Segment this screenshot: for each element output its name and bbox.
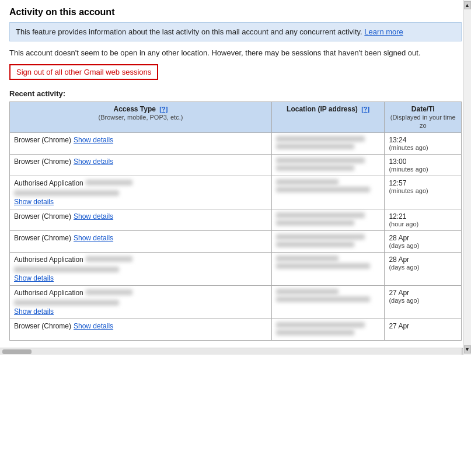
date-cell: 27 Apr [385, 319, 462, 341]
table-row: Authorised Applicationxxxxxxxxxxxxxxxxxx… [10, 176, 462, 209]
location-cell: United Statesxxxxxxxxxxxxxxx [271, 286, 385, 319]
scroll-down-arrow[interactable]: ▼ [464, 345, 471, 354]
access-type-text: Browser (Chrome) [14, 234, 71, 242]
access-type-help-link[interactable]: [?] [159, 106, 168, 113]
scroll-up-arrow[interactable]: ▲ [464, 1, 471, 9]
date-relative: (days ago) [389, 297, 457, 304]
show-details-link[interactable]: Show details [14, 274, 54, 282]
show-details-link[interactable]: Show details [74, 212, 113, 220]
date-relative: (minutes ago) [389, 166, 457, 173]
date-relative: (hour ago) [389, 220, 457, 228]
date-cell: 28 Apr(days ago) [385, 253, 462, 286]
location-cell: xxxxxxxxxxxxxxxxxxxx [271, 133, 385, 155]
access-type-text: Authorised Application [14, 289, 83, 297]
info-box: This feature provides information about … [9, 22, 462, 41]
show-details-link[interactable]: Show details [14, 307, 54, 316]
show-details-link[interactable]: Show details [74, 234, 113, 242]
location-cell: United Statesxxxxxxxxxxxxxxx [271, 253, 385, 286]
learn-more-link[interactable]: Learn more [364, 27, 403, 36]
access-type-cell: Browser (Chrome)Show details [10, 155, 272, 176]
access-type-cell: Authorised Applicationxxxxxxxxxxxxxxxxxx… [10, 253, 272, 286]
header-location: Location (IP address) [?] [271, 102, 385, 133]
table-row: Browser (Chrome)Show detailsxxxxxxxxxxxx… [10, 155, 462, 176]
show-details-link[interactable]: Show details [74, 136, 113, 144]
access-type-cell: Browser (Chrome)Show details [10, 209, 272, 231]
scrollbar-thumb[interactable] [2, 349, 32, 354]
date-cell: 13:24(minutes ago) [385, 133, 462, 155]
show-details-link[interactable]: Show details [74, 158, 113, 166]
access-type-cell: Browser (Chrome)Show details [10, 133, 272, 155]
account-status: This account doesn't seem to be open in … [9, 48, 462, 57]
show-details-link[interactable]: Show details [14, 198, 54, 206]
location-cell: xxxxxxxxxxxxxxxxxxxx [271, 231, 385, 253]
table-row: Authorised Applicationxxxxxxxxxxxxxxxxxx… [10, 286, 462, 319]
signout-button[interactable]: Sign out of all other Gmail web sessions [9, 64, 158, 80]
access-type-text: Browser (Chrome) [14, 158, 71, 166]
header-access-type: Access Type [?] (Browser, mobile, POP3, … [10, 102, 272, 133]
date-cell: 13:00(minutes ago) [385, 155, 462, 176]
access-type-cell: Authorised Applicationxxxxxxxxxxxxxxxxxx… [10, 176, 272, 209]
date-value: 13:00 [389, 158, 406, 166]
date-cell: 12:57(minutes ago) [385, 176, 462, 209]
date-value: 13:24 [389, 136, 406, 144]
location-cell: xxxxxxxxxxxxxxxxxxxx [271, 209, 385, 231]
recent-activity-label: Recent activity: [9, 89, 462, 98]
table-row: Browser (Chrome)Show detailsxxxxxxxxxxxx… [10, 133, 462, 155]
location-cell: xxxxxxxxxxxxxxxxxxxx [271, 155, 385, 176]
page-title: Activity on this account [9, 7, 462, 18]
table-row: Browser (Chrome)Show detailsxxxxxxxxxxxx… [10, 231, 462, 253]
location-cell: United Statesxxxxxxxxxxxxxxx [271, 176, 385, 209]
access-type-text: Browser (Chrome) [14, 212, 71, 220]
date-cell: 12:21(hour ago) [385, 209, 462, 231]
info-text: This feature provides information about … [16, 27, 362, 36]
date-value: 28 Apr [389, 234, 409, 242]
access-type-text: Authorised Application [14, 179, 83, 187]
date-relative: (minutes ago) [389, 144, 457, 151]
access-type-text: Browser (Chrome) [14, 322, 71, 330]
date-relative: (days ago) [389, 242, 457, 249]
table-row: Browser (Chrome)Show detailsxxxxxxxxxxxx… [10, 319, 462, 341]
horizontal-scrollbar[interactable]: ► [0, 348, 471, 355]
access-type-cell: Browser (Chrome)Show details [10, 319, 272, 341]
date-sub: (Displayed in your time zo [390, 114, 456, 129]
date-relative: (minutes ago) [389, 187, 457, 194]
table-row: Browser (Chrome)Show detailsxxxxxxxxxxxx… [10, 209, 462, 231]
date-value: 28 Apr [389, 256, 409, 264]
access-type-sub: (Browser, mobile, POP3, etc.) [99, 114, 183, 121]
header-date: Date/Ti (Displayed in your time zo [385, 102, 462, 133]
access-type-text: Browser (Chrome) [14, 136, 71, 144]
access-type-text: Authorised Application [14, 256, 83, 264]
location-help-link[interactable]: [?] [361, 106, 369, 113]
vertical-scrollbar[interactable]: ▲ ▼ [463, 0, 471, 355]
date-cell: 27 Apr(days ago) [385, 286, 462, 319]
access-type-cell: Browser (Chrome)Show details [10, 231, 272, 253]
activity-table: Access Type [?] (Browser, mobile, POP3, … [9, 102, 462, 341]
access-type-cell: Authorised Applicationxxxxxxxxxxxxxxxxxx… [10, 286, 272, 319]
table-row: Authorised Applicationxxxxxxxxxxxxxxxxxx… [10, 253, 462, 286]
show-details-link[interactable]: Show details [74, 322, 113, 330]
date-value: 27 Apr [389, 289, 409, 297]
date-cell: 28 Apr(days ago) [385, 231, 462, 253]
date-value: 12:21 [389, 212, 406, 220]
date-relative: (days ago) [389, 264, 457, 271]
date-value: 12:57 [389, 179, 406, 187]
location-cell: xxxxxxxxxxxxxxxxxxxx [271, 319, 385, 341]
